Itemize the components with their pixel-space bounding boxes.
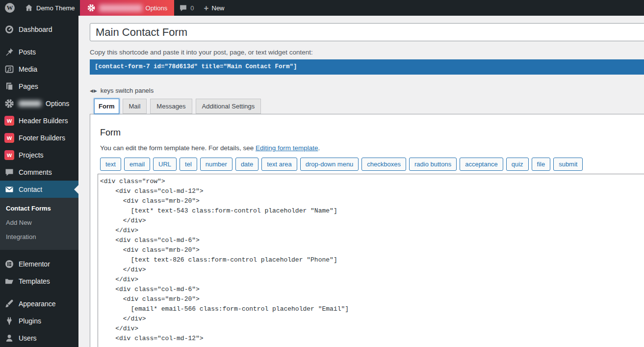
submenu-item-contact-forms[interactable]: Contact Forms [0, 201, 78, 215]
tag-generator-buttons: text email URL tel number date text area… [100, 158, 638, 171]
w-badge-icon: w [4, 150, 14, 160]
w-badge-icon: w [4, 133, 14, 143]
tag-button-url[interactable]: URL [153, 158, 177, 171]
sidebar-item-elementor[interactable]: Elementor [0, 255, 78, 272]
sidebar-item-label: Dashboard [19, 26, 52, 33]
tag-button-file[interactable]: file [532, 158, 551, 171]
tag-button-email[interactable]: email [124, 158, 150, 171]
tag-button-acceptance[interactable]: acceptance [460, 158, 503, 171]
pages-icon [4, 81, 14, 91]
sidebar-item-contact[interactable]: Contact [0, 181, 78, 198]
admin-sidebar: Dashboard Posts Media Pages Options w He… [0, 16, 78, 347]
submenu-item-integration[interactable]: Integration [0, 230, 78, 244]
panel-description-text: You can edit the form template here. For… [100, 144, 256, 152]
sidebar-item-pages[interactable]: Pages [0, 78, 78, 95]
keyboard-hint: ◀▶ keys switch panels [90, 87, 644, 94]
sidebar-item-media[interactable]: Media [0, 60, 78, 78]
sidebar-item-label: Comments [19, 168, 52, 176]
comments-shortcut[interactable]: 0 [174, 0, 199, 16]
contact-submenu: Contact Forms Add New Integration [0, 198, 78, 250]
shortcode-box[interactable]: [contact-form-7 id="78d613d" title="Main… [90, 59, 644, 75]
sidebar-item-footer-builders[interactable]: w Footer Builders [0, 129, 78, 146]
plug-icon [4, 316, 14, 326]
sidebar-item-label: Pages [19, 82, 38, 90]
sidebar-separator [0, 290, 78, 295]
keyboard-hint-label: keys switch panels [101, 87, 154, 94]
brush-icon [4, 299, 14, 309]
new-label: New [212, 4, 225, 12]
gear-icon [4, 99, 14, 108]
tag-button-radio-buttons[interactable]: radio buttons [409, 158, 457, 171]
form-editor-panel: Form You can edit the form template here… [90, 114, 644, 347]
plus-icon: + [204, 4, 209, 12]
tab-additional-settings[interactable]: Additional Settings [196, 99, 261, 114]
sidebar-item-theme-options[interactable]: Options [0, 95, 78, 112]
tab-mail[interactable]: Mail [123, 99, 147, 114]
submenu-item-add-new[interactable]: Add New [0, 215, 78, 230]
sidebar-item-label: Projects [19, 151, 44, 159]
wordpress-logo-icon: W [5, 3, 15, 13]
shortcode-copy-hint: Copy this shortcode and paste it into yo… [90, 49, 644, 56]
sidebar-separator [0, 38, 78, 43]
sidebar-item-label: Media [19, 65, 37, 73]
theme-options-button[interactable]: Options [80, 0, 175, 16]
tag-button-submit[interactable]: submit [553, 158, 583, 171]
sidebar-item-label: Elementor [19, 260, 50, 268]
envelope-icon [4, 185, 14, 194]
comment-bubble-icon [179, 4, 187, 12]
active-item-arrow [74, 185, 78, 194]
tag-button-text[interactable]: text [100, 158, 121, 171]
tab-messages[interactable]: Messages [150, 99, 192, 114]
sidebar-item-label: Appearance [19, 300, 56, 308]
sidebar-item-label: Contact [19, 186, 42, 193]
wordpress-logo-menu[interactable]: W [0, 0, 20, 16]
sidebar-item-label: Posts [19, 48, 36, 56]
site-name-label: Demo Theme [36, 4, 75, 12]
sidebar-item-plugins[interactable]: Plugins [0, 312, 78, 329]
media-icon [4, 64, 14, 74]
panel-description-period: . [318, 144, 320, 152]
sidebar-item-label: Plugins [19, 317, 41, 325]
sidebar-separator [0, 250, 78, 255]
comment-icon [4, 167, 14, 177]
home-icon [25, 3, 33, 12]
sidebar-item-templates[interactable]: Templates [0, 272, 78, 290]
sidebar-item-users[interactable]: Users [0, 329, 78, 347]
sidebar-item-dashboard[interactable]: Dashboard [0, 21, 78, 38]
sidebar-item-appearance[interactable]: Appearance [0, 295, 78, 312]
folder-icon [4, 276, 14, 286]
redacted-brand-name [19, 101, 41, 107]
sidebar-item-comments[interactable]: Comments [0, 163, 78, 181]
sidebar-item-posts[interactable]: Posts [0, 43, 78, 60]
sidebar-item-label: Users [19, 334, 37, 342]
sidebar-item-projects[interactable]: w Projects [0, 146, 78, 163]
form-title-input[interactable] [90, 23, 644, 41]
new-content-menu[interactable]: + New [199, 0, 230, 16]
editing-form-template-link[interactable]: Editing form template [256, 144, 318, 152]
tag-button-tel[interactable]: tel [180, 158, 197, 171]
gear-icon [87, 3, 96, 12]
site-name-link[interactable]: Demo Theme [20, 0, 80, 16]
admin-bar: W Demo Theme Options 0 + New [0, 0, 644, 16]
options-button-label: Options [146, 4, 168, 12]
editor-tabs: Form Mail Messages Additional Settings [90, 99, 644, 114]
w-badge-icon: w [4, 116, 14, 126]
tag-button-drop-down-menu[interactable]: drop-down menu [300, 158, 359, 171]
sidebar-item-label: Options [46, 100, 69, 107]
panel-description: You can edit the form template here. For… [100, 144, 638, 152]
sidebar-item-label: Footer Builders [19, 134, 65, 142]
elementor-icon [4, 259, 14, 269]
tab-form[interactable]: Form [94, 99, 119, 114]
sidebar-item-label: Header Builders [19, 117, 68, 125]
user-icon [4, 333, 14, 343]
tag-button-quiz[interactable]: quiz [506, 158, 529, 171]
left-right-arrows-icon: ◀▶ [90, 88, 98, 93]
form-template-textarea[interactable]: <div class="row"> <div class="col-md-12"… [98, 174, 644, 347]
tag-button-date[interactable]: date [235, 158, 258, 171]
pushpin-icon [4, 47, 14, 57]
tag-button-checkboxes[interactable]: checkboxes [361, 158, 406, 171]
sidebar-item-header-builders[interactable]: w Header Builders [0, 112, 78, 129]
main-content: Copy this shortcode and paste it into yo… [78, 16, 644, 347]
tag-button-text-area[interactable]: text area [261, 158, 297, 171]
tag-button-number[interactable]: number [200, 158, 232, 171]
